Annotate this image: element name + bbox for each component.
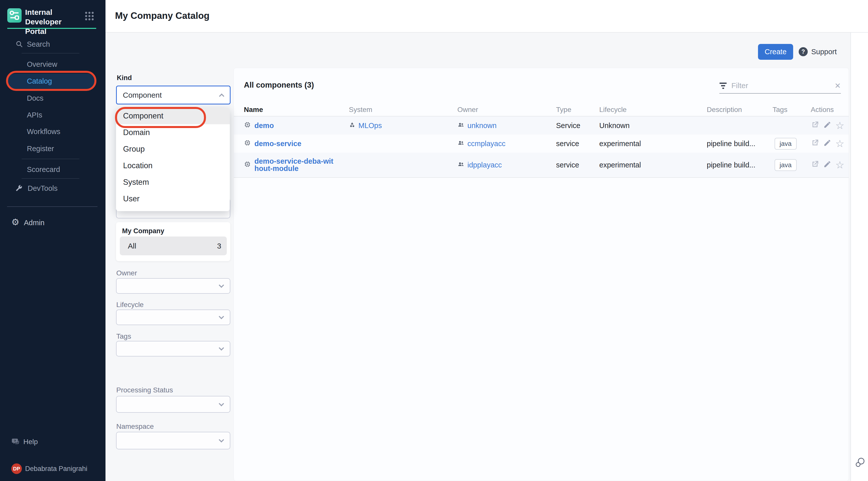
open-in-new-icon[interactable] <box>811 160 819 170</box>
owner-select[interactable] <box>116 278 230 294</box>
my-company-all-row[interactable]: All 3 <box>120 236 227 255</box>
table-row: demo-service ccmplayacc service experime… <box>234 134 849 153</box>
sidebar-item-catalog[interactable]: Catalog <box>0 74 105 88</box>
row-actions: ☆ <box>811 121 849 131</box>
sidebar-item-admin[interactable]: ⚙ Admin <box>0 215 105 230</box>
component-link-demo-service-deba-without-module[interactable]: demo-service-deba-wit hout-module <box>244 158 349 172</box>
tags-select[interactable] <box>116 341 230 356</box>
open-in-new-icon[interactable] <box>811 138 819 149</box>
table-filter-input[interactable] <box>732 81 830 90</box>
page-title: My Company Catalog <box>115 10 210 21</box>
tag-chip: java <box>775 159 797 171</box>
divider <box>22 53 80 54</box>
sidebar-item-register[interactable]: Register <box>0 141 105 156</box>
lifecycle-filter-label: Lifecycle <box>116 301 144 309</box>
component-link-demo[interactable]: demo <box>244 121 349 130</box>
table-header-row: Name System Owner Type Lifecycle Descrip… <box>234 103 849 117</box>
right-rail <box>850 33 868 481</box>
chevron-down-icon <box>219 314 224 319</box>
wrench-icon <box>14 184 23 195</box>
tags-cell: java <box>773 138 811 150</box>
owner-link-idpplayacc[interactable]: idpplayacc <box>457 161 556 169</box>
star-icon[interactable]: ☆ <box>835 121 844 131</box>
table-title: All components (3) <box>244 81 314 90</box>
chevron-down-icon <box>219 437 224 442</box>
kind-option-component[interactable]: Component <box>116 108 230 124</box>
my-company-card: My Company All 3 <box>116 222 230 261</box>
edit-pencil-icon[interactable] <box>823 160 831 170</box>
edit-pencil-icon[interactable] <box>823 121 831 131</box>
kind-option-system[interactable]: System <box>116 174 230 191</box>
name-line: demo-service-deba-wit <box>254 158 333 165</box>
user-menu[interactable]: DP Debabrata Panigrahi <box>0 461 105 476</box>
owner-filter-label: Owner <box>116 269 137 277</box>
namespace-select[interactable] <box>116 432 230 449</box>
component-icon <box>244 139 251 148</box>
content-area: Create ? Support Kind Component Domain G… <box>105 33 850 481</box>
owner-link-unknown[interactable]: unknown <box>457 121 556 130</box>
tags-cell: java <box>773 159 811 171</box>
name-line: hout-module <box>254 165 333 172</box>
sidebar-item-overview[interactable]: Overview <box>0 57 105 71</box>
my-company-count: 3 <box>217 242 221 250</box>
processing-status-select[interactable] <box>116 396 230 413</box>
sidebar-item-help[interactable]: ? Help <box>0 435 105 449</box>
app-title: Internal Developer Portal <box>25 7 81 36</box>
kind-option-location[interactable]: Location <box>116 157 230 174</box>
divider <box>7 206 97 207</box>
star-icon[interactable]: ☆ <box>835 138 844 149</box>
sidebar: Internal Developer Portal Search Overvie… <box>0 0 105 481</box>
sidebar-search-label: Search <box>0 40 50 49</box>
page-header: My Company Catalog <box>105 0 868 33</box>
my-company-label: My Company <box>122 227 164 235</box>
component-icon <box>244 121 251 130</box>
app-logo <box>7 8 22 24</box>
system-link-mlops[interactable]: MLOps <box>349 122 457 130</box>
row-actions: ☆ <box>811 138 849 149</box>
sidebar-item-apis[interactable]: APIs <box>0 108 105 122</box>
search-icon <box>15 40 23 50</box>
row-actions: ☆ <box>811 160 849 170</box>
kind-option-domain[interactable]: Domain <box>116 124 230 141</box>
type-cell: service <box>556 139 599 148</box>
lifecycle-cell: experimental <box>599 161 707 169</box>
lifecycle-cell: experimental <box>599 139 707 148</box>
kind-select[interactable] <box>116 86 230 104</box>
support-button[interactable]: ? Support <box>799 47 837 56</box>
divider <box>22 178 80 179</box>
components-table-card: All components (3) ✕ Name System Owner T… <box>234 68 849 481</box>
table-row: demo MLOps unknown Service Unknown <box>234 117 849 134</box>
sidebar-accent-rule <box>7 28 96 29</box>
lifecycle-select[interactable] <box>116 310 230 325</box>
star-icon[interactable]: ☆ <box>835 160 844 170</box>
apps-grid-icon[interactable] <box>84 11 94 22</box>
table-row: demo-service-deba-wit hout-module idppla… <box>234 153 849 177</box>
svg-text:?: ? <box>14 439 16 443</box>
sidebar-item-devtools[interactable]: DevTools <box>0 181 105 196</box>
filter-icon <box>719 83 727 89</box>
kind-option-group[interactable]: Group <box>116 141 230 157</box>
type-cell: Service <box>556 122 599 130</box>
component-icon <box>244 161 251 169</box>
feedback-chat-icon[interactable] <box>854 456 866 469</box>
component-link-demo-service[interactable]: demo-service <box>244 139 349 148</box>
edit-pencil-icon[interactable] <box>823 139 831 149</box>
sidebar-search[interactable]: Search <box>0 37 105 52</box>
chevron-down-icon <box>219 282 224 288</box>
open-in-new-icon[interactable] <box>811 121 819 131</box>
sidebar-item-workflows[interactable]: Workflows <box>0 124 105 139</box>
clear-filter-icon[interactable]: ✕ <box>835 81 841 90</box>
help-chat-icon: ? <box>11 437 20 448</box>
kind-option-user[interactable]: User <box>116 191 230 207</box>
sidebar-item-docs[interactable]: Docs <box>0 91 105 105</box>
system-icon <box>349 122 355 130</box>
people-icon <box>457 121 464 130</box>
owner-link-ccmplayacc[interactable]: ccmplayacc <box>457 139 556 148</box>
divider <box>22 159 80 159</box>
people-icon <box>457 139 464 148</box>
namespace-filter-label: Namespace <box>116 422 154 430</box>
table-filter: ✕ <box>719 78 841 94</box>
sidebar-item-scorecard[interactable]: Scorecard <box>0 162 105 177</box>
divider <box>234 177 849 178</box>
create-button[interactable]: Create <box>758 44 793 60</box>
